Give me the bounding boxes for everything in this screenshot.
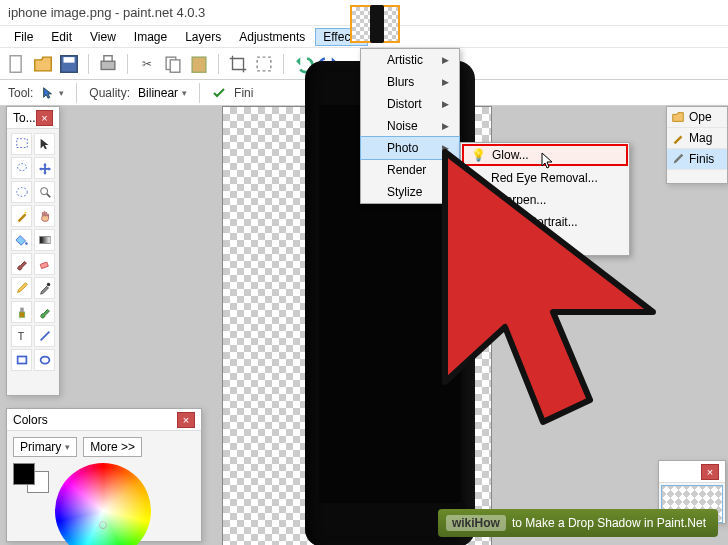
svg-rect-7: [192, 57, 206, 72]
svg-point-11: [16, 188, 27, 197]
paste-icon[interactable]: [188, 53, 210, 75]
document-thumb-strip: [350, 0, 400, 46]
wikihow-badge: wikiHow: [446, 515, 506, 531]
brush-tool[interactable]: [11, 253, 32, 275]
svg-line-13: [46, 194, 50, 198]
list-item[interactable]: Ope: [667, 107, 727, 128]
close-icon[interactable]: ×: [701, 464, 719, 480]
close-icon[interactable]: ×: [177, 412, 195, 428]
tool-picker[interactable]: ▾: [41, 86, 64, 100]
recolor-tool[interactable]: [34, 301, 55, 323]
open-file-icon[interactable]: [32, 53, 54, 75]
close-icon[interactable]: ×: [36, 110, 53, 126]
folder-icon: [671, 110, 685, 124]
primary-color-swatch[interactable]: [13, 463, 35, 485]
colors-panel: Colors × Primary▾ More >>: [6, 408, 202, 542]
pencil-tool[interactable]: [11, 277, 32, 299]
save-icon[interactable]: [58, 53, 80, 75]
color-wheel[interactable]: [55, 463, 151, 545]
copy-icon[interactable]: [162, 53, 184, 75]
ellipse-select-tool[interactable]: [11, 181, 32, 203]
document-thumbnail[interactable]: [350, 5, 400, 43]
arrow-cursor-icon: [41, 86, 55, 100]
caption-text: to Make a Drop Shadow in Paint.Net: [512, 516, 706, 530]
svg-rect-4: [104, 55, 112, 61]
svg-rect-19: [19, 312, 24, 317]
menu-item-render[interactable]: Render▶: [361, 159, 459, 181]
rectangle-tool[interactable]: [11, 349, 32, 371]
menu-item-artistic[interactable]: Artistic▶: [361, 49, 459, 71]
lasso-tool[interactable]: [11, 157, 32, 179]
menu-item-noise[interactable]: Noise▶: [361, 115, 459, 137]
mouse-cursor-icon: [541, 152, 555, 173]
colors-panel-title: Colors: [13, 413, 48, 427]
lightbulb-icon: 💡: [470, 147, 486, 163]
finish-label-truncated: Fini: [234, 86, 253, 100]
window-title: iphone image.png - paint.net 4.0.3: [8, 5, 205, 20]
svg-rect-9: [16, 139, 27, 148]
menu-item-blurs[interactable]: Blurs▶: [361, 71, 459, 93]
deselect-icon[interactable]: [253, 53, 275, 75]
rect-select-tool[interactable]: [11, 133, 32, 155]
effects-dropdown: Artistic▶ Blurs▶ Distort▶ Noise▶ Photo▶ …: [360, 48, 460, 204]
more-button[interactable]: More >>: [83, 437, 142, 457]
eraser-tool[interactable]: [34, 253, 55, 275]
quality-label: Quality:: [89, 86, 130, 100]
menu-item-stylize[interactable]: Stylize▶: [361, 181, 459, 203]
pencil-icon: [671, 152, 685, 166]
zoom-tool[interactable]: [34, 181, 55, 203]
clone-tool[interactable]: [11, 301, 32, 323]
menu-item-distort[interactable]: Distort▶: [361, 93, 459, 115]
menu-item-photo[interactable]: Photo▶: [361, 137, 459, 159]
svg-rect-0: [10, 55, 21, 72]
sharpen-icon: [467, 192, 483, 208]
svg-rect-23: [17, 357, 26, 364]
svg-point-26: [473, 176, 477, 180]
menu-file[interactable]: File: [6, 28, 41, 46]
list-item[interactable]: Finis: [667, 149, 727, 170]
menu-item-vignette[interactable]: Vignette...: [461, 233, 629, 255]
menu-item-sharpen[interactable]: Sharpen...: [461, 189, 629, 211]
checkmark-icon[interactable]: [212, 86, 226, 100]
svg-point-18: [46, 283, 50, 287]
vignette-icon: [467, 236, 483, 252]
fill-tool[interactable]: [11, 229, 32, 251]
cut-icon[interactable]: ✂: [136, 53, 158, 75]
menu-view[interactable]: View: [82, 28, 124, 46]
color-picker-tool[interactable]: [34, 277, 55, 299]
line-tool[interactable]: [34, 325, 55, 347]
svg-rect-27: [470, 217, 480, 227]
quality-dropdown[interactable]: Bilinear ▾: [138, 86, 187, 100]
ellipse-tool[interactable]: [34, 349, 55, 371]
magic-wand-tool[interactable]: [11, 205, 32, 227]
right-side-panel: Ope Mag Finis: [666, 106, 728, 184]
print-icon[interactable]: [97, 53, 119, 75]
svg-rect-16: [39, 237, 50, 244]
new-file-icon[interactable]: [6, 53, 28, 75]
menu-layers[interactable]: Layers: [177, 28, 229, 46]
svg-point-10: [17, 164, 26, 171]
tool-label: Tool:: [8, 86, 33, 100]
menu-edit[interactable]: Edit: [43, 28, 80, 46]
svg-rect-17: [40, 262, 48, 269]
portrait-icon: [467, 214, 483, 230]
caption-bar: wikiHow to Make a Drop Shadow in Paint.N…: [438, 509, 718, 537]
move-tool[interactable]: [34, 133, 55, 155]
color-swatches[interactable]: [13, 463, 49, 493]
menu-item-soften-portrait[interactable]: Soften Portrait...: [461, 211, 629, 233]
svg-rect-8: [257, 57, 271, 71]
svg-point-14: [24, 212, 26, 214]
primary-secondary-dropdown[interactable]: Primary▾: [13, 437, 77, 457]
gradient-tool[interactable]: [34, 229, 55, 251]
svg-point-12: [40, 188, 47, 195]
tools-panel-title: To...: [13, 111, 36, 125]
list-item[interactable]: Mag: [667, 128, 727, 149]
svg-rect-3: [101, 61, 115, 69]
crop-icon[interactable]: [227, 53, 249, 75]
svg-text:T: T: [17, 330, 24, 342]
menu-adjustments[interactable]: Adjustments: [231, 28, 313, 46]
menu-image[interactable]: Image: [126, 28, 175, 46]
move-selection-tool[interactable]: [34, 157, 55, 179]
pan-tool[interactable]: [34, 205, 55, 227]
text-tool[interactable]: T: [11, 325, 32, 347]
